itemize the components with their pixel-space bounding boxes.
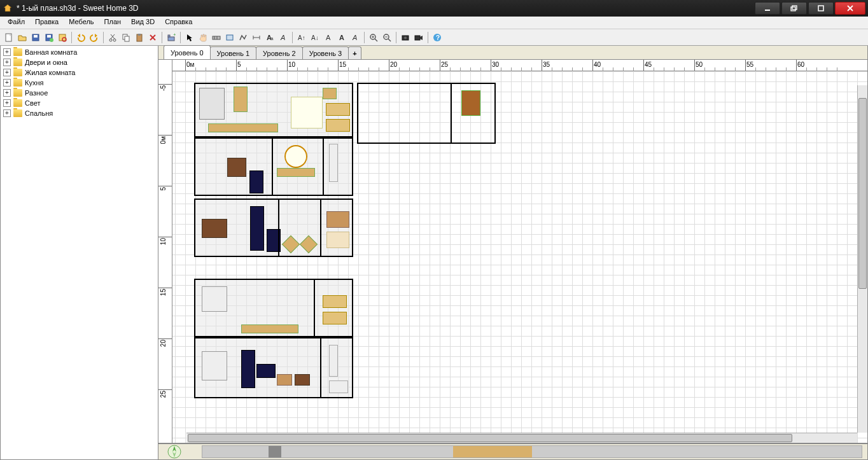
level-down-icon[interactable]: A↓ [309,31,321,44]
catalog-item[interactable]: +Спальня [2,108,157,118]
furniture[interactable] [326,119,350,132]
menu-furniture[interactable]: Мебель [64,17,99,29]
room[interactable] [357,83,496,144]
copy-icon[interactable] [120,31,132,44]
3d-view-pane[interactable] [158,443,867,459]
menu-file[interactable]: Файл [3,17,30,29]
furniture[interactable] [326,211,349,228]
paste-icon[interactable] [133,31,146,44]
furniture[interactable] [323,88,337,99]
furniture[interactable] [329,380,348,393]
label-icon[interactable]: A [277,31,290,44]
polyline-icon[interactable] [237,31,249,44]
select-icon[interactable] [183,31,196,44]
add-furniture-icon[interactable]: + [165,31,178,44]
scrollbar-thumb[interactable] [858,98,867,289]
room[interactable] [194,279,353,337]
furniture[interactable] [326,232,349,248]
furniture[interactable] [249,171,263,193]
expand-icon[interactable]: + [3,59,11,66]
furniture[interactable] [241,350,255,388]
menu-plan[interactable]: План [99,17,127,29]
text-icon[interactable]: Aa [263,31,276,44]
furniture[interactable] [208,123,278,132]
furniture[interactable] [461,90,480,116]
furniture[interactable] [202,351,227,380]
expand-icon[interactable]: + [3,99,11,107]
catalog-item[interactable]: +Разное [2,88,157,98]
furniture[interactable] [202,286,227,312]
new-file-icon[interactable] [3,31,15,44]
furniture-catalog[interactable]: +Ванная комната +Двери и окна +Жилая ком… [0,46,158,460]
furniture[interactable] [282,235,300,253]
menu-edit[interactable]: Правка [30,17,64,29]
catalog-item[interactable]: +Свет [2,98,157,108]
expand-icon[interactable]: + [3,79,11,87]
catalog-item[interactable]: +Кухня [2,78,157,88]
furniture[interactable] [250,206,264,251]
open-icon[interactable] [16,31,29,44]
maximize-button[interactable] [808,2,834,15]
expand-icon[interactable]: + [3,48,11,56]
room[interactable] [194,199,353,257]
tab-level-3[interactable]: Уровень 3 [302,46,349,59]
furniture[interactable] [199,88,225,120]
catalog-item[interactable]: +Двери и окна [2,57,157,67]
room[interactable] [194,83,353,137]
video-icon[interactable] [412,31,425,44]
menu-help[interactable]: Справка [160,17,197,29]
horizontal-scrollbar[interactable] [186,433,857,443]
delete-icon[interactable] [146,31,159,44]
text-style-icon[interactable]: A [322,31,335,44]
furniture[interactable] [329,345,338,377]
furniture[interactable] [323,312,347,324]
wall-icon[interactable] [210,31,223,44]
furniture[interactable] [291,97,323,129]
close-button[interactable] [835,2,865,15]
furniture[interactable] [234,87,248,112]
cut-icon[interactable] [106,31,119,44]
pan-icon[interactable] [197,31,209,44]
save-as-icon[interactable] [43,31,55,44]
expand-icon[interactable]: + [3,89,11,97]
catalog-item[interactable]: +Жилая комната [2,67,157,78]
room[interactable] [194,337,353,398]
preferences-icon[interactable] [56,31,69,44]
catalog-item[interactable]: +Ванная комната [2,47,157,57]
level-up-icon[interactable]: A↑ [295,31,308,44]
minimize-button[interactable] [755,2,780,15]
expand-icon[interactable]: + [3,109,11,117]
furniture[interactable] [241,324,298,333]
text-italic-icon[interactable]: A [349,31,361,44]
dimension-icon[interactable] [250,31,263,44]
furniture[interactable] [326,103,350,116]
restore-button[interactable] [781,2,807,15]
plan-canvas[interactable]: 0м51015202530354045505560 [172,60,867,443]
compass-icon[interactable] [164,445,189,459]
scrollbar-thumb[interactable] [188,434,792,442]
undo-icon[interactable] [74,31,87,44]
help-icon[interactable]: ? [431,31,444,44]
furniture[interactable] [277,374,292,386]
furniture[interactable] [202,219,227,238]
furniture[interactable] [277,168,315,177]
furniture[interactable] [323,295,347,308]
photo-icon[interactable] [399,31,412,44]
room-icon[interactable] [223,31,236,44]
furniture[interactable] [256,364,276,378]
tab-level-0[interactable]: Уровень 0 [164,45,211,59]
furniture[interactable] [329,144,338,182]
save-icon[interactable] [29,31,42,44]
text-bold-icon[interactable]: A [335,31,348,44]
tab-level-1[interactable]: Уровень 1 [210,46,257,59]
vertical-scrollbar[interactable] [857,85,867,433]
menu-view3d[interactable]: Вид 3D [126,17,160,29]
furniture[interactable] [295,374,310,386]
zoom-out-icon[interactable] [381,31,393,44]
tab-level-2[interactable]: Уровень 2 [256,46,303,59]
tab-add-level[interactable]: + [348,46,361,59]
furniture[interactable] [227,158,246,177]
expand-icon[interactable]: + [3,69,11,76]
redo-icon[interactable] [88,31,101,44]
room[interactable] [194,137,353,196]
